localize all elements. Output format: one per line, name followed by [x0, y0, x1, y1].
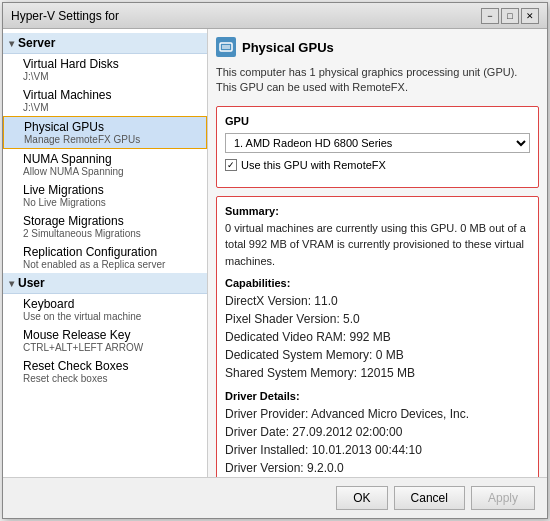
content-area: ▾ Server Virtual Hard Disks J:\VM Virtua…: [3, 29, 547, 477]
user-section-header: ▾ User: [3, 273, 207, 294]
driver-lines: Driver Provider: Advanced Micro Devices,…: [225, 405, 530, 477]
capability-line-4: Shared System Memory: 12015 MB: [225, 364, 530, 382]
driver-line-1: Driver Date: 27.09.2012 02:00:00: [225, 423, 530, 441]
sidebar: ▾ Server Virtual Hard Disks J:\VM Virtua…: [3, 29, 208, 477]
title-bar: Hyper-V Settings for − □ ✕: [3, 3, 547, 29]
capabilities-section: Capabilities: DirectX Version: 11.0 Pixe…: [225, 277, 530, 382]
capability-line-1: Pixel Shader Version: 5.0: [225, 310, 530, 328]
capability-line-3: Dedicated System Memory: 0 MB: [225, 346, 530, 364]
capabilities-lines: DirectX Version: 11.0 Pixel Shader Versi…: [225, 292, 530, 382]
main-window: Hyper-V Settings for − □ ✕ ▾ Server Virt…: [2, 2, 548, 519]
driver-line-2: Driver Installed: 10.01.2013 00:44:10: [225, 441, 530, 459]
maximize-button[interactable]: □: [501, 8, 519, 24]
gpu-section-title: GPU: [225, 115, 530, 127]
sidebar-item-replication-configuration[interactable]: Replication Configuration Not enabled as…: [3, 242, 207, 273]
gpu-dropdown-row: 1. AMD Radeon HD 6800 Series: [225, 133, 530, 153]
sidebar-item-keyboard[interactable]: Keyboard Use on the virtual machine: [3, 294, 207, 325]
user-collapse-icon[interactable]: ▾: [9, 278, 14, 289]
user-section-label: User: [18, 276, 45, 290]
title-bar-controls: − □ ✕: [481, 8, 539, 24]
main-panel: Physical GPUs This computer has 1 physic…: [208, 29, 547, 477]
server-collapse-icon[interactable]: ▾: [9, 38, 14, 49]
window-title: Hyper-V Settings for: [11, 9, 119, 23]
svg-rect-1: [222, 45, 230, 49]
sidebar-item-virtual-machines[interactable]: Virtual Machines J:\VM: [3, 85, 207, 116]
driver-section: Driver Details: Driver Provider: Advance…: [225, 390, 530, 477]
gpu-details: Summary: 0 virtual machines are currentl…: [216, 196, 539, 477]
gpu-icon: [216, 37, 236, 57]
gpu-dropdown[interactable]: 1. AMD Radeon HD 6800 Series: [225, 133, 530, 153]
summary-detail: 0 virtual machines are currently using t…: [225, 220, 530, 270]
close-button[interactable]: ✕: [521, 8, 539, 24]
summary-label: Summary:: [225, 205, 530, 217]
capability-line-0: DirectX Version: 11.0: [225, 292, 530, 310]
sidebar-item-storage-migrations[interactable]: Storage Migrations 2 Simultaneous Migrat…: [3, 211, 207, 242]
summary-text: This computer has 1 physical graphics pr…: [216, 65, 539, 96]
driver-line-3: Driver Version: 9.2.0.0: [225, 459, 530, 477]
server-section-label: Server: [18, 36, 55, 50]
panel-title: Physical GPUs: [242, 40, 334, 55]
apply-button[interactable]: Apply: [471, 486, 535, 510]
summary-section: Summary: 0 virtual machines are currentl…: [225, 205, 530, 270]
footer: OK Cancel Apply: [3, 477, 547, 518]
driver-line-0: Driver Provider: Advanced Micro Devices,…: [225, 405, 530, 423]
capability-line-2: Dedicated Video RAM: 992 MB: [225, 328, 530, 346]
driver-label: Driver Details:: [225, 390, 530, 402]
sidebar-item-virtual-hard-disks[interactable]: Virtual Hard Disks J:\VM: [3, 54, 207, 85]
sidebar-item-live-migrations[interactable]: Live Migrations No Live Migrations: [3, 180, 207, 211]
panel-header: Physical GPUs: [216, 37, 539, 57]
ok-button[interactable]: OK: [336, 486, 387, 510]
cancel-button[interactable]: Cancel: [394, 486, 465, 510]
checkbox-label: Use this GPU with RemoteFX: [241, 159, 386, 171]
sidebar-item-numa-spanning[interactable]: NUMA Spanning Allow NUMA Spanning: [3, 149, 207, 180]
minimize-button[interactable]: −: [481, 8, 499, 24]
gpu-section: GPU 1. AMD Radeon HD 6800 Series ✓ Use t…: [216, 106, 539, 188]
sidebar-item-physical-gpus[interactable]: Physical GPUs Manage RemoteFX GPUs: [3, 116, 207, 149]
server-section-header: ▾ Server: [3, 33, 207, 54]
checkbox-row: ✓ Use this GPU with RemoteFX: [225, 159, 530, 171]
remotefx-checkbox[interactable]: ✓: [225, 159, 237, 171]
capabilities-label: Capabilities:: [225, 277, 530, 289]
sidebar-item-reset-checkboxes[interactable]: Reset Check Boxes Reset check boxes: [3, 356, 207, 387]
sidebar-item-mouse-release-key[interactable]: Mouse Release Key CTRL+ALT+LEFT ARROW: [3, 325, 207, 356]
